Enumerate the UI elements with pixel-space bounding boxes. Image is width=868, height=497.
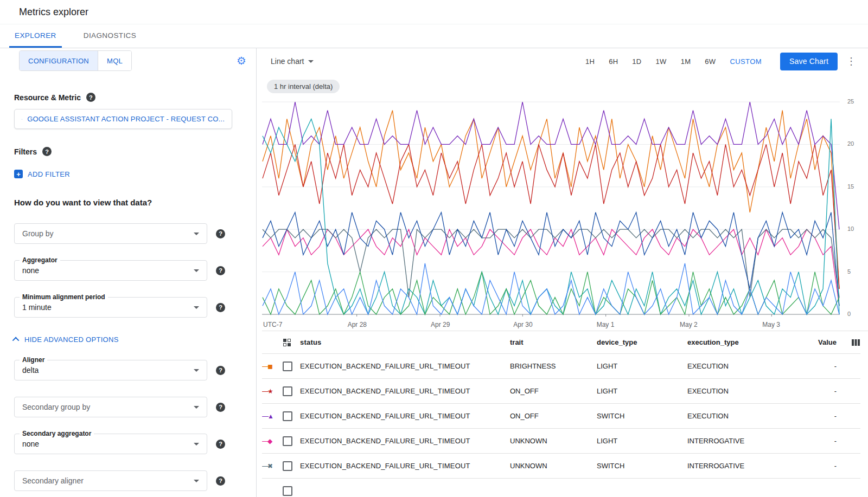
x-axis-tick-label: May 2: [680, 321, 698, 328]
x-axis-tick-label: May 1: [597, 321, 615, 328]
secondary-group-by-select[interactable]: Secondary group by: [14, 397, 207, 417]
status-cell: EXECUTION_BACKEND_FAILURE_URL_TIMEOUT: [300, 387, 510, 395]
mql-tab[interactable]: MQL: [98, 51, 131, 70]
trait-cell: ON_OFF: [510, 412, 597, 420]
value-cell: -: [804, 387, 837, 395]
legend-toggle-icon[interactable]: [283, 338, 291, 347]
secondary-aligner-select[interactable]: Secondary aligner: [14, 470, 207, 491]
execution-type-cell: INTERROGATIVE: [687, 462, 804, 470]
page-title: Metrics explorer: [19, 7, 88, 18]
chevron-down-icon: [194, 406, 199, 409]
device-type-cell: SWITCH: [597, 462, 687, 470]
device-type-cell: LIGHT: [597, 437, 687, 445]
time-range-group: 1H6H1D1W1M6W: [578, 56, 723, 66]
table-row: —◼EXECUTION_BACKEND_FAILURE_URL_TIMEOUTB…: [262, 354, 860, 379]
add-box-icon: +: [14, 170, 23, 178]
help-icon[interactable]: ?: [216, 229, 225, 238]
save-chart-button[interactable]: Save Chart: [780, 53, 838, 70]
timezone-label: UTC-7: [263, 321, 282, 328]
time-range-6h[interactable]: 6H: [609, 57, 618, 66]
time-range-1h[interactable]: 1H: [585, 57, 595, 66]
device-type-cell: LIGHT: [597, 362, 687, 370]
view-question: How do you want to view that data?: [14, 198, 256, 207]
tab-bar: EXPLORER DIAGNOSTICS: [0, 24, 868, 48]
main-split: CONFIGURATION MQL ⚙ Resource & Metric ? …: [0, 48, 868, 497]
config-mql-toggle: CONFIGURATION MQL: [19, 50, 132, 71]
tab-explorer[interactable]: EXPLORER: [9, 24, 62, 48]
column-header-value[interactable]: Value: [804, 338, 837, 346]
execution-type-cell: EXECUTION: [687, 412, 804, 420]
help-icon[interactable]: ?: [216, 266, 225, 275]
chart-series-line: [263, 102, 839, 229]
table-row: —◆EXECUTION_BACKEND_FAILURE_URL_TIMEOUTU…: [262, 429, 860, 454]
line-chart-area[interactable]: 0510152025Apr 28Apr 29Apr 30May 1May 2Ma…: [262, 98, 868, 331]
time-range-1w[interactable]: 1W: [656, 57, 667, 66]
interval-chip: 1 hr interval (delta): [267, 80, 340, 93]
help-icon[interactable]: ?: [216, 440, 225, 449]
column-header-trait[interactable]: trait: [510, 338, 597, 346]
aligner-select[interactable]: Aligner delta: [14, 360, 207, 380]
column-header-device-type[interactable]: device_type: [597, 338, 687, 346]
add-filter-button[interactable]: + ADD FILTER: [14, 170, 256, 178]
alignment-period-select[interactable]: Minimum alignment period 1 minute: [14, 297, 207, 318]
chart-series-line: [263, 229, 839, 297]
series-marker-icon: —◆: [262, 437, 283, 445]
custom-time-button[interactable]: CUSTOM: [730, 57, 762, 66]
chevron-down-icon: [194, 233, 199, 235]
resource-metric-label: Resource & Metric: [14, 93, 81, 102]
table-row: —✖EXECUTION_BACKEND_FAILURE_URL_TIMEOUTU…: [262, 454, 860, 479]
settings-gear-icon[interactable]: ⚙: [237, 55, 246, 66]
x-axis-tick-label: Apr 30: [513, 321, 532, 328]
metric-selector-button[interactable]: GOOGLE ASSISTANT ACTION PROJECT - REQUES…: [14, 109, 232, 129]
line-chart-svg[interactable]: [262, 98, 840, 318]
series-checkbox[interactable]: [283, 436, 292, 446]
series-checkbox[interactable]: [283, 362, 292, 371]
filters-label: Filters: [14, 147, 37, 156]
help-icon[interactable]: ?: [42, 147, 52, 156]
chart-section: 1 hr interval (delta) 0510152025Apr 28Ap…: [257, 74, 868, 331]
time-range-1m[interactable]: 1M: [681, 57, 691, 66]
series-checkbox[interactable]: [283, 461, 292, 471]
status-cell: EXECUTION_BACKEND_FAILURE_URL_TIMEOUT: [300, 412, 510, 420]
execution-type-cell: EXECUTION: [687, 387, 804, 395]
series-checkbox[interactable]: [283, 411, 292, 421]
secondary-aggregator-select[interactable]: Secondary aggregator none: [14, 434, 207, 454]
execution-type-cell: INTERROGATIVE: [687, 437, 804, 445]
value-cell: -: [804, 362, 837, 370]
table-header: status trait device_type execution_type …: [262, 331, 860, 354]
column-header-execution-type[interactable]: execution_type: [687, 338, 804, 346]
series-table: status trait device_type execution_type …: [262, 331, 868, 497]
chevron-down-icon: [194, 443, 199, 446]
metric-selector-label: GOOGLE ASSISTANT ACTION PROJECT - REQUES…: [27, 115, 225, 123]
column-header-status[interactable]: status: [300, 338, 510, 346]
configuration-tab[interactable]: CONFIGURATION: [20, 51, 98, 70]
value-cell: -: [804, 437, 837, 445]
help-icon[interactable]: ?: [216, 366, 225, 375]
time-range-1d[interactable]: 1D: [632, 57, 641, 66]
y-axis-tick-label: 0: [847, 311, 851, 317]
tab-diagnostics[interactable]: DIAGNOSTICS: [78, 24, 142, 48]
hide-advanced-options-label: HIDE ADVANCED OPTIONS: [24, 335, 119, 344]
help-icon[interactable]: ?: [216, 476, 225, 486]
value-cell: -: [804, 462, 837, 470]
aggregator-select[interactable]: Aggregator none: [14, 260, 207, 281]
chart-type-select[interactable]: Line chart: [271, 57, 314, 66]
series-checkbox[interactable]: [283, 386, 292, 396]
chevron-down-icon: [194, 306, 199, 309]
time-range-6w[interactable]: 6W: [705, 57, 716, 66]
execution-type-cell: EXECUTION: [687, 362, 804, 370]
help-icon[interactable]: ?: [86, 93, 95, 102]
device-type-cell: SWITCH: [597, 412, 687, 420]
chevron-down-icon: [194, 480, 199, 482]
series-marker-icon: —◼: [262, 363, 283, 370]
help-icon[interactable]: ?: [216, 403, 225, 412]
column-settings-icon[interactable]: [851, 338, 860, 347]
y-axis-tick-label: 10: [847, 225, 854, 232]
help-icon[interactable]: ?: [216, 303, 225, 312]
series-marker-icon: —★: [262, 388, 283, 395]
overflow-menu-icon[interactable]: ⋮: [846, 55, 856, 67]
series-checkbox[interactable]: [283, 486, 292, 496]
group-by-select[interactable]: Group by: [14, 223, 207, 244]
x-axis-tick-label: Apr 28: [348, 321, 367, 328]
hide-advanced-options-button[interactable]: HIDE ADVANCED OPTIONS: [14, 335, 256, 344]
